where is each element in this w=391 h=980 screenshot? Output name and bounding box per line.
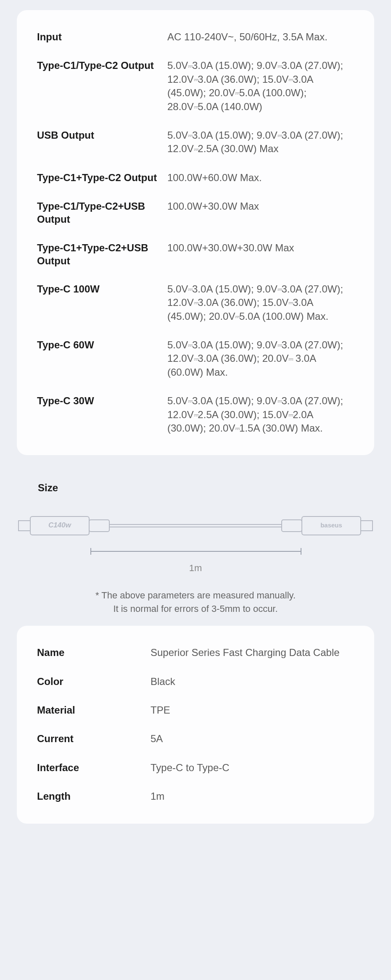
spec-value: 100.0W+30.0W+30.0W Max bbox=[167, 241, 354, 255]
size-heading: Size bbox=[38, 482, 353, 494]
spec-row: NameSuperior Series Fast Charging Data C… bbox=[37, 646, 354, 659]
size-section: Size C140w baseus 1m * The above paramet… bbox=[0, 465, 391, 616]
cable-diagram: C140w baseus bbox=[17, 509, 374, 543]
spec-value: 5.0V⎓3.0A (15.0W); 9.0V⎓3.0A (27.0W); 12… bbox=[167, 394, 354, 435]
spec-value: Superior Series Fast Charging Data Cable bbox=[151, 646, 354, 659]
spec-value: 1m bbox=[151, 790, 354, 803]
spec-label: Type-C 60W bbox=[37, 338, 167, 351]
spec-label: Type-C1+Type-C2+USB Output bbox=[37, 241, 167, 267]
spec-label: Name bbox=[37, 646, 151, 659]
spec-label: Current bbox=[37, 732, 151, 745]
spec-label: Length bbox=[37, 790, 151, 803]
spec-row: USB Output5.0V⎓3.0A (15.0W); 9.0V⎓3.0A (… bbox=[37, 129, 354, 156]
spec-value: 5.0V⎓3.0A (15.0W); 9.0V⎓3.0A (27.0W); 12… bbox=[167, 59, 354, 113]
spec-value: TPE bbox=[151, 703, 354, 717]
charger-spec-card: InputAC 110-240V~, 50/60Hz, 3.5A Max.Typ… bbox=[17, 10, 374, 455]
spec-row: Type-C1+Type-C2+USB Output100.0W+30.0W+3… bbox=[37, 241, 354, 267]
svg-rect-9 bbox=[361, 521, 373, 531]
svg-rect-0 bbox=[18, 521, 30, 531]
spec-list: InputAC 110-240V~, 50/60Hz, 3.5A Max.Typ… bbox=[37, 30, 354, 435]
spec-label: Type-C1+Type-C2 Output bbox=[37, 171, 167, 184]
spec-value: 5.0V⎓3.0A (15.0W); 9.0V⎓3.0A (27.0W); 12… bbox=[167, 338, 354, 379]
spec-row: Type-C 30W5.0V⎓3.0A (15.0W); 9.0V⎓3.0A (… bbox=[37, 394, 354, 435]
svg-rect-3 bbox=[89, 520, 109, 532]
spec-label: Type-C 30W bbox=[37, 394, 167, 407]
length-label: 1m bbox=[17, 563, 374, 574]
spec-row: InputAC 110-240V~, 50/60Hz, 3.5A Max. bbox=[37, 30, 354, 44]
spec-label: Interface bbox=[37, 761, 151, 774]
spec-list: NameSuperior Series Fast Charging Data C… bbox=[37, 646, 354, 803]
spec-row: Type-C 100W5.0V⎓3.0A (15.0W); 9.0V⎓3.0A … bbox=[37, 282, 354, 323]
footnote: * The above parameters are measured manu… bbox=[17, 589, 374, 616]
svg-rect-6 bbox=[282, 520, 302, 532]
spec-row: Type-C1+Type-C2 Output100.0W+60.0W Max. bbox=[37, 171, 354, 184]
spec-row: MaterialTPE bbox=[37, 703, 354, 717]
spec-row: Length1m bbox=[37, 790, 354, 803]
spec-value: Black bbox=[151, 675, 354, 688]
spec-label: Type-C1/Type-C2+USB Output bbox=[37, 200, 167, 226]
dimension-line bbox=[17, 544, 374, 559]
cable-spec-card: NameSuperior Series Fast Charging Data C… bbox=[17, 626, 374, 823]
spec-row: Type-C1/Type-C2 Output5.0V⎓3.0A (15.0W);… bbox=[37, 59, 354, 113]
spec-label: Type-C 100W bbox=[37, 282, 167, 295]
spec-label: Color bbox=[37, 675, 151, 688]
svg-text:baseus: baseus bbox=[320, 522, 342, 529]
spec-row: InterfaceType-C to Type-C bbox=[37, 761, 354, 775]
spec-value: AC 110-240V~, 50/60Hz, 3.5A Max. bbox=[167, 30, 354, 44]
spec-value: 5A bbox=[151, 732, 354, 746]
spec-row: ColorBlack bbox=[37, 675, 354, 688]
spec-label: Material bbox=[37, 703, 151, 717]
spec-label: Type-C1/Type-C2 Output bbox=[37, 59, 167, 72]
spec-label: Input bbox=[37, 30, 167, 43]
spec-value: Type-C to Type-C bbox=[151, 761, 354, 775]
spec-value: 100.0W+30.0W Max bbox=[167, 200, 354, 213]
svg-text:C140w: C140w bbox=[48, 521, 72, 529]
spec-row: Type-C 60W5.0V⎓3.0A (15.0W); 9.0V⎓3.0A (… bbox=[37, 338, 354, 379]
spec-label: USB Output bbox=[37, 129, 167, 142]
spec-row: Current5A bbox=[37, 732, 354, 746]
spec-value: 100.0W+60.0W Max. bbox=[167, 171, 354, 184]
spec-row: Type-C1/Type-C2+USB Output100.0W+30.0W M… bbox=[37, 200, 354, 226]
spec-value: 5.0V⎓3.0A (15.0W); 9.0V⎓3.0A (27.0W); 12… bbox=[167, 282, 354, 323]
spec-value: 5.0V⎓3.0A (15.0W); 9.0V⎓3.0A (27.0W); 12… bbox=[167, 129, 354, 156]
